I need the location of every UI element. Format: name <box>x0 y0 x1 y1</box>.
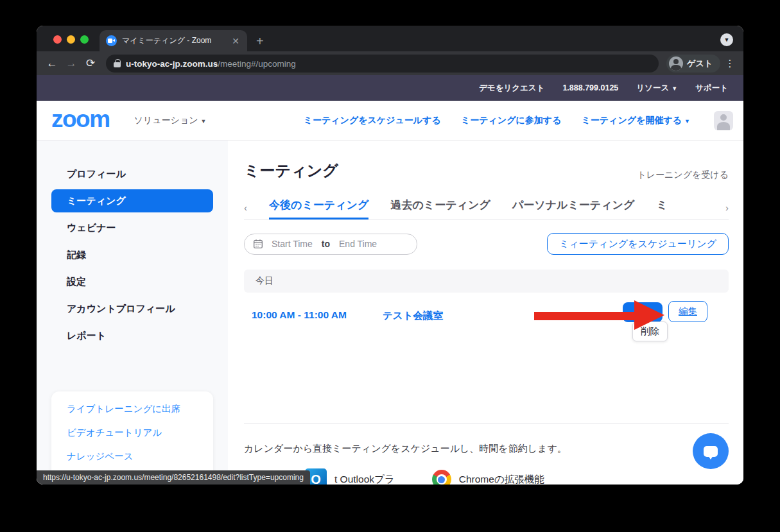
chevron-down-icon: ▼ <box>201 118 207 124</box>
zoom-logo[interactable]: zoom <box>51 107 110 131</box>
sidebar-item-reports[interactable]: レポート <box>37 322 228 349</box>
zoom-topbar: デモをリクエスト 1.888.799.0125 リソース▼ サポート <box>37 75 743 101</box>
main-content: ミーティング トレーニングを受ける ‹ 今後のミーティング 過去のミーティング … <box>228 141 743 485</box>
sidebar-item-recordings[interactable]: 記録 <box>37 241 228 268</box>
minimize-window-button[interactable] <box>67 35 75 44</box>
sidebar-item-webinars[interactable]: ウェビナー <box>37 214 228 241</box>
guest-avatar-icon <box>669 56 683 71</box>
start-time-placeholder[interactable]: Start Time <box>272 239 313 249</box>
lock-icon <box>114 59 121 68</box>
calendar-icon <box>254 239 263 248</box>
request-demo-link[interactable]: デモをリクエスト <box>479 83 544 94</box>
url-bar[interactable]: u-tokyo-ac-jp.zoom.us/meeting#/upcoming <box>106 55 659 73</box>
browser-tab[interactable]: マイミーティング - Zoom ✕ <box>100 30 247 51</box>
date-range-picker[interactable]: Start Time to End Time <box>244 234 417 255</box>
tab-strip: マイミーティング - Zoom ✕ + ▼ <box>37 26 743 51</box>
sidebar-item-account-profile[interactable]: アカウントプロフィール <box>37 295 228 322</box>
outlook-plugin-link[interactable]: O t Outlookプラ <box>305 468 395 485</box>
back-icon[interactable]: ← <box>44 57 60 70</box>
sidebar: プロフィール ミーティング ウェビナー 記録 設定 アカウントプロフィール レポ… <box>37 141 228 485</box>
url-path: /meeting#/upcoming <box>218 59 296 69</box>
chevron-right-icon[interactable]: › <box>725 202 729 219</box>
browser-window: マイミーティング - Zoom ✕ + ▼ ← → ⟳ u-tokyo-ac-j… <box>37 26 743 485</box>
sidebar-item-meetings[interactable]: ミーティング <box>51 189 213 212</box>
page-title: ミーティング <box>244 160 338 181</box>
tab-search-button[interactable]: ▼ <box>720 33 733 46</box>
new-tab-button[interactable]: + <box>256 35 264 47</box>
url-host: u-tokyo-ac-jp.zoom.us <box>126 59 218 69</box>
knowledge-base-link[interactable]: ナレッジベース <box>51 445 213 468</box>
attend-live-training-link[interactable]: ライブトレーニングに出席 <box>51 397 213 421</box>
zoom-window-button[interactable] <box>80 35 89 44</box>
meetings-tabs: ‹ 今後のミーティング 過去のミーティング パーソナルミーティング ミ › <box>244 196 729 220</box>
chevron-down-icon: ▼ <box>684 118 690 124</box>
tab-close-icon[interactable]: ✕ <box>230 37 241 46</box>
forward-icon[interactable]: → <box>64 57 79 70</box>
schedule-meeting-link[interactable]: ミーティングをスケジュールする <box>304 115 441 126</box>
tab-previous-meetings[interactable]: 過去のミーティング <box>390 198 490 219</box>
schedule-meeting-button[interactable]: ミィーティングをスケジューリング <box>547 233 729 255</box>
chevron-left-icon[interactable]: ‹ <box>244 202 247 219</box>
join-meeting-link[interactable]: ミーティングに参加する <box>461 115 562 126</box>
host-meeting-menu[interactable]: ミーティングを開催する▼ <box>581 115 690 126</box>
meeting-topic-link[interactable]: テスト会議室 <box>383 309 443 323</box>
meeting-time: 10:00 AM - 11:00 AM <box>252 309 347 321</box>
chat-widget-button[interactable] <box>693 433 729 469</box>
chrome-extension-link[interactable]: Chromeの拡張機能 <box>432 470 544 485</box>
support-link[interactable]: サポート <box>695 83 728 94</box>
to-label: to <box>322 239 330 249</box>
profile-button[interactable]: ゲスト <box>666 55 720 73</box>
today-group-header: 今日 <box>244 270 729 293</box>
tab-truncated[interactable]: ミ <box>656 198 667 219</box>
tab-personal-meetings[interactable]: パーソナルミーティング <box>512 198 635 219</box>
chat-bubble-icon <box>704 446 718 457</box>
account-avatar[interactable] <box>714 111 733 130</box>
sidebar-item-profile[interactable]: プロフィール <box>37 160 228 187</box>
chevron-down-icon: ▼ <box>672 85 677 92</box>
calendar-promo-text: カレンダーから直接ミーティングをスケジュールし、時間を節約します。 <box>244 443 729 455</box>
sidebar-item-settings[interactable]: 設定 <box>37 268 228 295</box>
zoom-favicon-icon <box>106 35 117 46</box>
chrome-icon <box>432 470 451 485</box>
solutions-menu[interactable]: ソリューション▼ <box>134 115 207 126</box>
get-training-link[interactable]: トレーニングを受ける <box>637 169 729 181</box>
phone-number[interactable]: 1.888.799.0125 <box>562 83 618 92</box>
close-window-button[interactable] <box>53 35 62 44</box>
resources-menu[interactable]: リソース▼ <box>636 83 677 94</box>
traffic-lights <box>53 35 89 44</box>
browser-menu-icon[interactable]: ⋮ <box>724 58 736 69</box>
browser-toolbar: ← → ⟳ u-tokyo-ac-jp.zoom.us/meeting#/upc… <box>37 51 743 75</box>
reload-icon[interactable]: ⟳ <box>83 56 98 70</box>
zoom-header: zoom ソリューション▼ ミーティングをスケジュールする ミーティングに参加す… <box>37 101 743 141</box>
edit-button[interactable]: 編集 <box>668 301 707 322</box>
tab-title: マイミーティング - Zoom <box>122 35 225 46</box>
annotation-arrow <box>534 300 666 330</box>
tab-upcoming-meetings[interactable]: 今後のミーティング <box>269 198 368 219</box>
link-status-bar: https://u-tokyo-ac-jp.zoom.us/meeting/82… <box>37 470 310 485</box>
end-time-placeholder[interactable]: End Time <box>339 239 377 249</box>
divider <box>244 423 729 424</box>
video-tutorials-link[interactable]: ビデオチュートリアル <box>51 421 213 445</box>
guest-label: ゲスト <box>687 58 713 69</box>
